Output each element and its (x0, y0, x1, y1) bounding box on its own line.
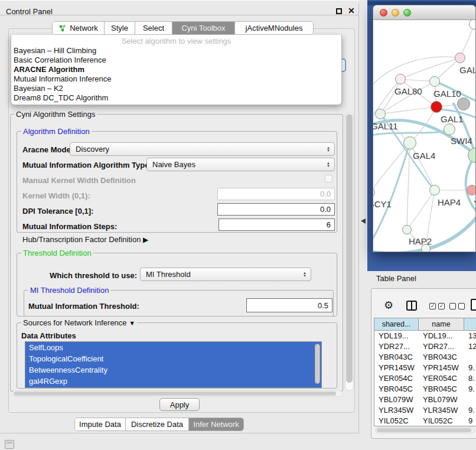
manual-kernel-label: Manual Kernel Width Definition (22, 176, 136, 185)
manual-kernel-checkbox[interactable] (325, 175, 332, 182)
algorithm-select-dropdown[interactable]: Select algorithm to view settings Bayesi… (11, 35, 342, 105)
aracne-mode-select[interactable]: Discovery ▲▼ (70, 142, 335, 156)
table-row[interactable]: YDR27...YDR27...12 (374, 341, 476, 352)
network-view-window[interactable]: GALGAL80GAL10GAL1GAL11SWI4GAL4GCY1HAP4YH… (373, 5, 476, 252)
table-row[interactable]: YDL19...YDL19...13 (374, 331, 476, 341)
column-header-partial[interactable] (464, 318, 476, 330)
which-threshold-select[interactable]: MI Threshold ▲▼ (140, 268, 311, 281)
column-header-name[interactable]: name (419, 318, 464, 330)
column-header-shared-name[interactable]: shared... (374, 318, 419, 330)
spinner-arrows-icon: ▲▼ (327, 146, 330, 152)
tab-style[interactable]: Style (105, 22, 135, 34)
network-node-hap4[interactable] (429, 185, 440, 195)
hub-definition-toggle[interactable]: Hub/Transcription Factor Definition ▶ (22, 235, 148, 244)
algorithm-option[interactable]: Basic Correlation Inference (11, 56, 341, 65)
table-row[interactable]: YLR345WYLR345W9. (374, 405, 476, 416)
minimize-traffic-light-icon[interactable] (392, 9, 399, 17)
table-horizontal-scrollbar[interactable] (375, 427, 475, 433)
network-node-gal1[interactable] (431, 101, 442, 113)
table-row[interactable]: YPR145WYPR145W9. (374, 363, 476, 373)
mi-threshold-field[interactable]: 0.5 (246, 298, 332, 312)
table-cell: 13 (464, 331, 476, 341)
close-icon[interactable]: ✕ (348, 6, 355, 15)
aracne-mode-value: Discovery (70, 145, 109, 154)
table-row[interactable]: YIL052CYIL052C9 (374, 416, 476, 426)
table-row[interactable]: YBR043CYBR043C (374, 352, 476, 363)
tab-jactivemnodules[interactable]: jActiveMNodules (235, 22, 313, 34)
table-row[interactable]: YER054CYER054C8. (374, 373, 476, 384)
zoom-traffic-light-icon[interactable] (403, 9, 411, 17)
float-window-icon[interactable] (336, 8, 342, 14)
tab-network[interactable]: Network (53, 22, 105, 34)
tab-cyni-toolbox[interactable]: Cyni Toolbox (172, 22, 235, 34)
network-node-hap2[interactable] (402, 225, 412, 234)
table-cell: YBR045C (419, 384, 464, 394)
control-panel-titlebar (0, 0, 359, 15)
data-attribute-item[interactable]: BetweennessCentrality (25, 364, 321, 376)
scrollbar-thumb[interactable] (377, 428, 471, 432)
network-canvas[interactable]: GALGAL80GAL10GAL1GAL11SWI4GAL4GCY1HAP4YH… (373, 20, 476, 252)
network-node-gal[interactable] (455, 53, 465, 63)
network-node-gal11[interactable] (375, 109, 386, 119)
network-node-gal80[interactable] (395, 74, 406, 84)
settings-horizontal-scrollbar[interactable] (12, 390, 343, 397)
network-node-label: HAP4 (438, 197, 461, 207)
deselect-all-checkboxes-icon[interactable] (449, 303, 465, 309)
select-all-checkboxes-icon[interactable]: ✓ ✓ (429, 303, 445, 309)
network-node[interactable] (421, 244, 431, 252)
algorithm-option[interactable]: Mutual Information Inference (11, 74, 341, 84)
node-attribute-table[interactable]: shared... name YDL19...YDL19...13YDR27..… (374, 318, 476, 426)
mi-threshold-definition-title: MI Threshold Definition (28, 286, 110, 295)
scrollbar-thumb[interactable] (14, 392, 336, 396)
tab-discretize-data[interactable]: Discretize Data (126, 418, 189, 431)
threshold-definition-title: Threshold Definition (21, 249, 93, 257)
network-node-gal4[interactable] (403, 136, 416, 149)
tab-infer-network[interactable]: Infer Network (189, 418, 243, 431)
network-node-gal10[interactable] (429, 76, 440, 87)
data-attribute-item[interactable]: gal4RGexp (25, 376, 321, 387)
mi-type-select[interactable]: Naive Bayes ▲▼ (146, 158, 335, 171)
data-attributes-label: Data Attributes (21, 331, 76, 340)
gear-icon[interactable]: ⚙ (384, 299, 393, 312)
algorithm-option[interactable]: Bayesian – K2 (11, 84, 341, 93)
sources-title-row[interactable]: Sources for Network Inference ▼ (21, 318, 137, 327)
data-attribute-item[interactable]: TopologicalCoefficient (25, 353, 321, 364)
network-node-label: Y (474, 198, 476, 208)
apply-button[interactable]: Apply (159, 398, 200, 411)
scrollbar-thumb[interactable] (346, 114, 353, 383)
tab-select[interactable]: Select (135, 22, 172, 34)
list-scrollbar-thumb[interactable] (315, 344, 320, 384)
table-cell: 9. (464, 405, 476, 416)
collapsed-panel-icon[interactable] (5, 440, 14, 449)
table-row[interactable]: YBL079WYBL079W (374, 394, 476, 405)
document-icon[interactable] (471, 299, 476, 311)
network-node-y[interactable] (467, 185, 476, 195)
tab-jactivemnodules-label: jActiveMNodules (246, 24, 303, 32)
data-attribute-item[interactable]: SelfLoops (25, 342, 321, 353)
unchecked-checkbox-icon (458, 303, 465, 309)
network-node-swi4[interactable] (444, 123, 455, 135)
network-icon (58, 24, 67, 32)
algorithm-option[interactable]: Bayesian – Hill Climbing (11, 46, 341, 56)
columns-icon[interactable] (406, 301, 417, 311)
close-traffic-light-icon[interactable] (380, 9, 387, 17)
algorithm-option[interactable]: ARACNE Algorithm (11, 65, 341, 74)
table-cell (464, 394, 476, 405)
network-window-titlebar[interactable] (373, 5, 475, 20)
mi-type-value: Naive Bayes (147, 160, 195, 169)
table-cell: 9. (464, 384, 476, 394)
algorithm-option[interactable]: Dream8 DC_TDC Algorithm (11, 93, 341, 103)
table-row[interactable]: YBR045CYBR045C9. (374, 384, 476, 394)
kernel-width-field[interactable]: 0.0 (217, 188, 335, 200)
network-node[interactable] (457, 97, 470, 110)
dpi-tolerance-field[interactable]: 0.0 (217, 203, 335, 216)
tab-impute-data[interactable]: Impute Data (75, 418, 126, 431)
mi-steps-field[interactable]: 6 (219, 219, 335, 231)
data-attributes-list[interactable]: SelfLoopsTopologicalCoefficientBetweenne… (25, 341, 322, 388)
expand-right-icon: ▶ (143, 236, 148, 244)
table-body: YDL19...YDL19...13YDR27...YDR27...12YBR0… (374, 331, 476, 426)
panel-divider (358, 4, 359, 433)
settings-vertical-scrollbar[interactable] (345, 112, 354, 391)
tab-cyni-toolbox-label: Cyni Toolbox (181, 24, 225, 32)
table-panel-title: Table Panel (376, 274, 416, 283)
